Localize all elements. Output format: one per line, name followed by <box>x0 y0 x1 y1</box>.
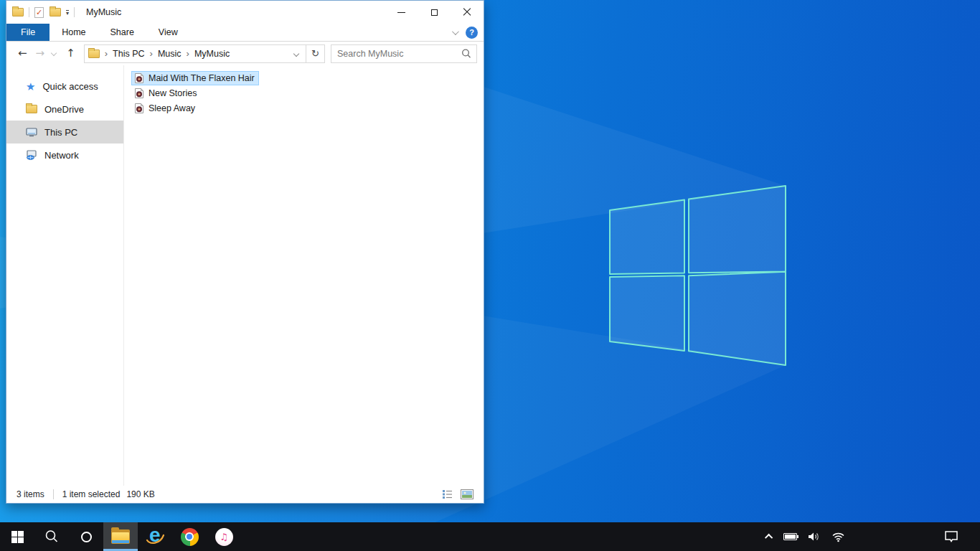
status-bar: 3 items 1 item selected 190 KB <box>6 486 484 503</box>
internet-explorer-icon: e <box>145 527 165 547</box>
speaker-icon[interactable] <box>808 531 821 542</box>
chrome-button[interactable] <box>172 522 207 551</box>
sidebar-item-onedrive[interactable]: OneDrive <box>6 98 123 121</box>
breadcrumb-chevron-icon <box>100 48 113 59</box>
back-button[interactable] <box>14 48 32 59</box>
chrome-icon <box>181 528 199 546</box>
sidebar-item-label: OneDrive <box>44 104 84 115</box>
file-item[interactable]: New Stories <box>131 86 201 100</box>
window-title: MyMusic <box>86 7 121 17</box>
recent-locations-chevron-icon[interactable] <box>51 50 57 55</box>
breadcrumb-this-pc[interactable]: This PC <box>113 49 144 59</box>
properties-check-icon[interactable] <box>34 7 44 18</box>
address-bar[interactable]: This PC Music MyMusic <box>84 44 325 63</box>
itunes-button[interactable] <box>207 522 241 551</box>
help-button[interactable]: ? <box>466 27 478 39</box>
close-button[interactable] <box>451 1 484 24</box>
file-explorer-window: MyMusic File Home Share View ? This PC <box>6 0 484 504</box>
sidebar-item-network[interactable]: Network <box>6 143 123 166</box>
file-name: New Stories <box>149 88 197 98</box>
close-icon <box>463 8 471 17</box>
up-button[interactable] <box>62 48 80 59</box>
customize-quick-access-chevron-icon[interactable] <box>66 10 69 15</box>
breadcrumb-chevron-icon[interactable] <box>182 48 194 59</box>
taskbar: e <box>0 522 980 551</box>
file-explorer-icon <box>111 529 130 544</box>
separator <box>53 489 54 499</box>
details-view-button[interactable] <box>442 489 453 499</box>
cortana-button[interactable] <box>69 522 103 551</box>
audio-file-icon <box>133 88 145 99</box>
forward-button[interactable] <box>32 48 50 59</box>
large-icons-view-button[interactable] <box>461 489 473 499</box>
address-folder-icon <box>88 50 100 58</box>
internet-explorer-button[interactable]: e <box>138 522 172 551</box>
search-box <box>331 44 477 63</box>
sidebar-item-label: This PC <box>44 127 77 138</box>
expand-ribbon-chevron-icon[interactable] <box>452 28 459 35</box>
breadcrumb-mymusic[interactable]: MyMusic <box>194 49 230 59</box>
maximize-button[interactable] <box>418 1 451 24</box>
network-icon <box>26 149 37 161</box>
wifi-icon[interactable] <box>831 531 845 542</box>
itunes-icon <box>215 528 233 546</box>
start-button[interactable] <box>0 522 34 551</box>
search-input[interactable] <box>331 49 459 59</box>
file-item-selected[interactable]: Maid With The Flaxen Hair <box>131 71 259 85</box>
separator <box>29 7 29 17</box>
taskbar-search-button[interactable] <box>34 522 69 551</box>
tab-home[interactable]: Home <box>50 24 98 41</box>
file-list[interactable]: Maid With The Flaxen Hair New Stories <box>124 65 484 486</box>
search-icon[interactable] <box>459 48 476 60</box>
maximize-icon <box>431 9 438 16</box>
this-pc-icon <box>26 126 37 138</box>
system-tray <box>767 522 980 551</box>
cortana-icon <box>81 532 92 542</box>
refresh-button[interactable] <box>306 45 324 62</box>
separator <box>74 7 75 17</box>
address-dropdown-chevron-icon[interactable] <box>293 50 299 56</box>
tab-view[interactable]: View <box>146 24 190 41</box>
audio-file-icon <box>133 72 145 84</box>
navigation-pane: Quick access OneDrive This PC <box>6 65 124 486</box>
search-icon <box>44 529 60 545</box>
status-item-count: 3 items <box>17 489 44 499</box>
sidebar-item-quick-access[interactable]: Quick access <box>6 75 123 98</box>
file-name: Sleep Away <box>149 103 195 113</box>
tab-share[interactable]: Share <box>98 24 146 41</box>
hidden-icons-chevron-icon[interactable] <box>765 534 773 542</box>
status-selection-size: 190 KB <box>126 489 154 499</box>
title-bar[interactable]: MyMusic <box>6 1 484 24</box>
ribbon-tabs: File Home Share View ? <box>6 24 484 42</box>
file-name: Maid With The Flaxen Hair <box>149 73 255 83</box>
breadcrumb-music[interactable]: Music <box>158 49 182 59</box>
status-selection: 1 item selected <box>62 489 121 499</box>
sidebar-item-label: Quick access <box>42 81 98 92</box>
action-center-icon[interactable] <box>944 530 958 543</box>
breadcrumb-chevron-icon[interactable] <box>145 48 158 59</box>
battery-icon[interactable] <box>783 533 797 540</box>
tab-file[interactable]: File <box>6 24 50 41</box>
minimize-icon <box>397 12 405 13</box>
minimize-button[interactable] <box>385 1 418 24</box>
navigation-toolbar: This PC Music MyMusic <box>6 42 484 65</box>
sidebar-item-label: Network <box>44 150 79 161</box>
start-icon <box>11 531 24 543</box>
quick-access-star-icon <box>26 81 35 92</box>
new-folder-icon[interactable] <box>50 8 61 17</box>
taskbar-file-explorer-button[interactable] <box>103 522 138 551</box>
audio-file-icon <box>133 103 145 114</box>
window-folder-icon <box>12 8 24 17</box>
sidebar-item-this-pc[interactable]: This PC <box>6 121 123 143</box>
onedrive-folder-icon <box>26 105 37 113</box>
file-item[interactable]: Sleep Away <box>131 101 199 116</box>
